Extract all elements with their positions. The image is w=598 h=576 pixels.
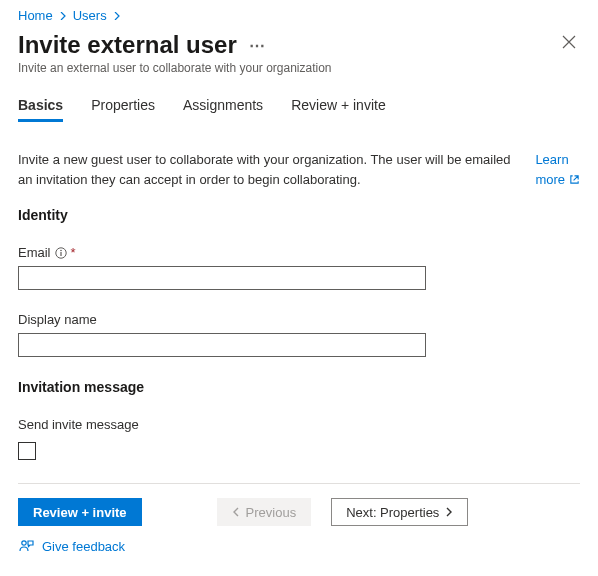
breadcrumb-home[interactable]: Home: [18, 8, 53, 23]
learn-more-text-top: Learn: [535, 150, 568, 170]
previous-button: Previous: [217, 498, 312, 526]
footer-divider: [18, 483, 580, 484]
tab-review-invite[interactable]: Review + invite: [291, 97, 386, 122]
feedback-icon: [18, 538, 34, 554]
display-name-field[interactable]: [18, 333, 426, 357]
required-indicator: *: [71, 245, 76, 260]
tab-bar: Basics Properties Assignments Review + i…: [18, 97, 580, 122]
learn-more-text-bottom: more: [535, 170, 565, 190]
invitation-message-heading: Invitation message: [18, 379, 580, 395]
more-actions-button[interactable]: ⋯: [249, 36, 267, 55]
send-invite-label: Send invite message: [18, 417, 139, 432]
svg-rect-2: [60, 252, 61, 256]
chevron-right-icon: [113, 12, 121, 20]
next-button-label: Next: Properties: [346, 505, 439, 520]
page-title: Invite external user ⋯: [18, 31, 332, 59]
give-feedback-label: Give feedback: [42, 539, 125, 554]
next-button[interactable]: Next: Properties: [331, 498, 468, 526]
external-link-icon: [569, 174, 580, 185]
info-icon[interactable]: [55, 247, 67, 259]
page-subtitle: Invite an external user to collaborate w…: [18, 61, 332, 75]
tab-properties[interactable]: Properties: [91, 97, 155, 122]
chevron-left-icon: [232, 507, 240, 517]
tab-basics[interactable]: Basics: [18, 97, 63, 122]
email-label: Email: [18, 245, 51, 260]
breadcrumb: Home Users: [18, 8, 580, 23]
give-feedback-link[interactable]: Give feedback: [18, 538, 125, 554]
close-button[interactable]: [558, 31, 580, 53]
display-name-label: Display name: [18, 312, 97, 327]
svg-point-1: [60, 249, 62, 251]
breadcrumb-users[interactable]: Users: [73, 8, 107, 23]
send-invite-checkbox[interactable]: [18, 442, 36, 460]
tab-assignments[interactable]: Assignments: [183, 97, 263, 122]
identity-heading: Identity: [18, 207, 580, 223]
learn-more-link[interactable]: Learn more: [535, 150, 580, 189]
review-invite-button[interactable]: Review + invite: [18, 498, 142, 526]
chevron-right-icon: [445, 507, 453, 517]
previous-button-label: Previous: [246, 505, 297, 520]
page-title-text: Invite external user: [18, 31, 237, 59]
svg-point-3: [22, 541, 26, 545]
email-field[interactable]: [18, 266, 426, 290]
description-text: Invite a new guest user to collaborate w…: [18, 150, 519, 189]
chevron-right-icon: [59, 12, 67, 20]
